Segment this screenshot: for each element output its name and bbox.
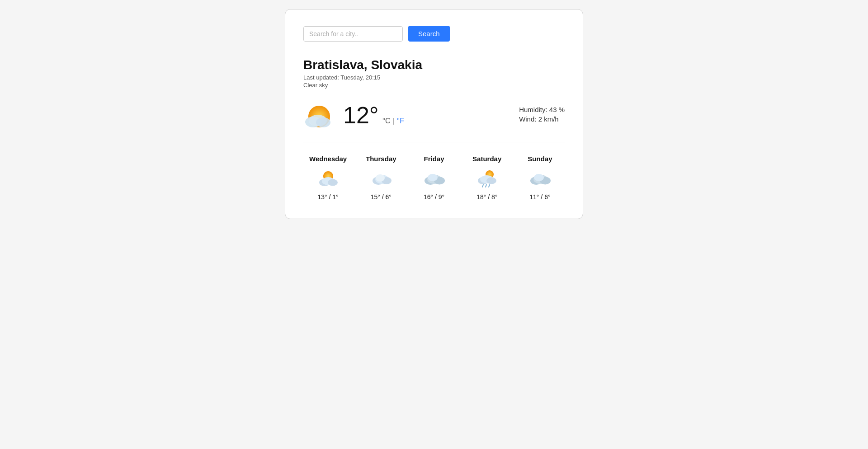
svg-line-22 xyxy=(489,185,490,187)
forecast-day-name: Thursday xyxy=(366,155,396,163)
current-weather-row: 12° °C | °F Humidity: 43 % Wind: 2 km/h xyxy=(303,99,565,131)
unit-switch: °C | °F xyxy=(382,117,404,125)
forecast-day-name: Saturday xyxy=(472,155,501,163)
svg-point-3 xyxy=(316,117,330,127)
unit-fahrenheit[interactable]: °F xyxy=(397,117,404,125)
forecast-day-thursday: Thursday 15° / 6° xyxy=(356,155,406,201)
search-row: Search xyxy=(303,26,565,42)
temperature-block: 12° °C | °F xyxy=(343,103,404,127)
forecast-icon-friday xyxy=(423,167,445,189)
svg-line-21 xyxy=(486,185,486,187)
forecast-icon-wednesday xyxy=(317,167,339,189)
humidity-value: Humidity: 43 % xyxy=(519,106,565,113)
city-name: Bratislava, Slovakia xyxy=(303,58,565,72)
forecast-temps-friday: 16° / 9° xyxy=(424,193,444,201)
forecast-day-wednesday: Wednesday 13° / 1° xyxy=(303,155,353,201)
weather-card: Search Bratislava, Slovakia Last updated… xyxy=(285,9,583,219)
forecast-day-saturday: Saturday 18° / 8° xyxy=(462,155,512,201)
forecast-temps-thursday: 15° / 6° xyxy=(371,193,392,201)
forecast-day-name: Friday xyxy=(424,155,444,163)
unit-separator: | xyxy=(393,117,395,125)
last-updated: Last updated: Tuesday, 20:15 xyxy=(303,74,565,81)
forecast-icon-sunday xyxy=(529,167,551,189)
forecast-icon-thursday xyxy=(370,167,392,189)
forecast-temps-saturday: 18° / 8° xyxy=(476,193,497,201)
forecast-day-sunday: Sunday 11° / 6° xyxy=(515,155,565,201)
forecast-icon-saturday xyxy=(476,167,498,189)
forecast-day-name: Sunday xyxy=(528,155,552,163)
wind-value: Wind: 2 km/h xyxy=(519,115,565,123)
svg-point-19 xyxy=(486,178,496,184)
forecast-day-friday: Friday 16° / 9° xyxy=(409,155,458,201)
svg-point-7 xyxy=(328,179,338,186)
forecast-temps-wednesday: 13° / 1° xyxy=(317,193,338,201)
forecast-row: Wednesday 13° / 1° Thursday xyxy=(303,155,565,201)
search-input[interactable] xyxy=(303,26,403,42)
svg-point-11 xyxy=(376,174,385,182)
condition-text: Clear sky xyxy=(303,82,565,89)
search-button[interactable]: Search xyxy=(408,26,450,42)
section-divider xyxy=(303,142,565,142)
weather-details: Humidity: 43 % Wind: 2 km/h xyxy=(519,106,565,125)
forecast-day-name: Wednesday xyxy=(309,155,347,163)
temperature-value: 12° xyxy=(343,103,379,127)
unit-celsius[interactable]: °C xyxy=(382,117,391,125)
svg-point-15 xyxy=(428,174,438,181)
sun-icon xyxy=(303,99,335,131)
svg-line-20 xyxy=(482,185,483,187)
forecast-temps-sunday: 11° / 6° xyxy=(529,193,550,201)
svg-point-26 xyxy=(534,174,544,181)
